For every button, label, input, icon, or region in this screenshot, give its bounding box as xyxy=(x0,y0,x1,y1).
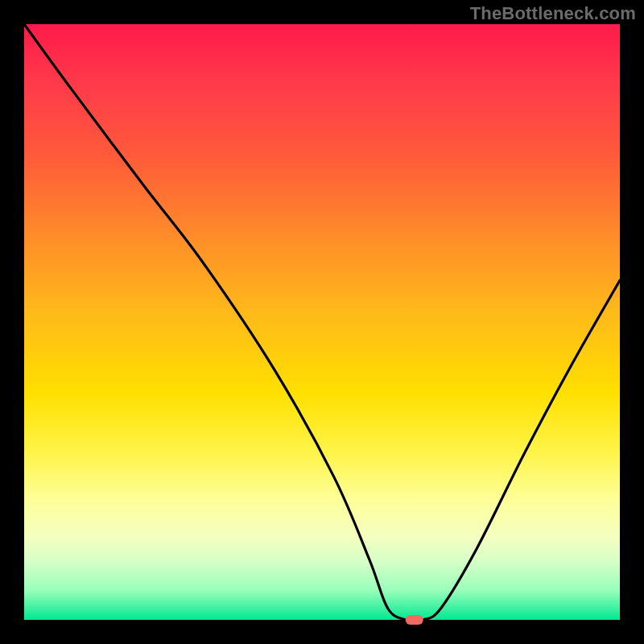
bottleneck-curve xyxy=(24,24,620,621)
optimum-marker xyxy=(406,615,423,625)
watermark-text: TheBottleneck.com xyxy=(470,3,636,24)
chart-plot-area xyxy=(24,24,620,620)
chart-frame: TheBottleneck.com xyxy=(0,0,644,644)
chart-curve-svg xyxy=(24,24,620,620)
